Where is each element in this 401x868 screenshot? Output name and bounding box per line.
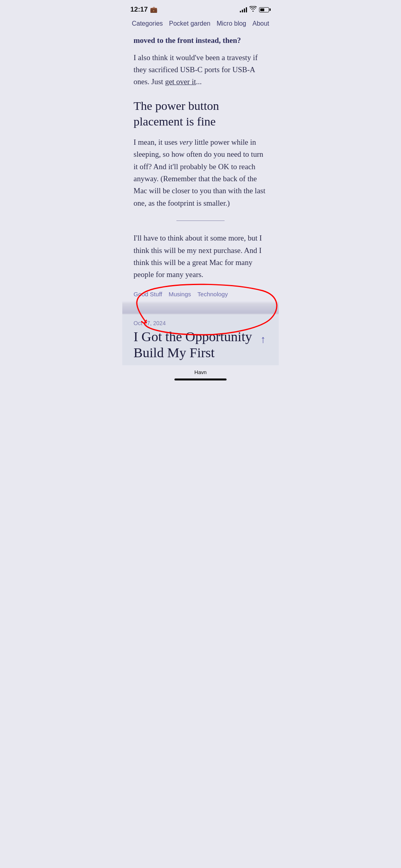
next-article-date: Oct 27, 2024: [134, 320, 267, 326]
nav-micro-blog[interactable]: Micro blog: [217, 20, 246, 27]
scroll-up-button[interactable]: ↑: [255, 332, 271, 347]
para2-a: I mean, it uses: [134, 138, 180, 146]
next-article-title: I Got the Opportunity Build My First: [134, 329, 267, 362]
heading-cut: moved to the front instead, then?: [134, 31, 267, 52]
main-content: moved to the front instead, then? I also…: [122, 31, 279, 302]
nav-categories[interactable]: Categories: [132, 20, 163, 27]
battery-icon: [259, 7, 271, 12]
app-name: Havn: [122, 369, 279, 375]
signal-bar-1: [240, 11, 241, 12]
status-time: 12:17 💼: [130, 6, 158, 14]
section-divider: [176, 221, 225, 221]
briefcase-icon: 💼: [150, 6, 158, 13]
blurred-divider: [122, 302, 279, 314]
para2-italic: very: [180, 138, 193, 146]
signal-icon: [240, 7, 247, 12]
home-indicator: [174, 378, 227, 380]
time-display: 12:17: [130, 6, 148, 14]
signal-bar-4: [246, 7, 247, 12]
paragraph-usb: I also think it would've been a travesty…: [134, 52, 267, 88]
tag-good-stuff[interactable]: Good Stuff: [134, 291, 162, 297]
paragraph-power: I mean, it uses very little power while …: [134, 136, 267, 209]
tags-section: Good Stuff Musings Technology: [134, 291, 267, 302]
tag-technology[interactable]: Technology: [197, 291, 228, 297]
para1-end: ...: [196, 77, 202, 86]
scroll-up-arrow-icon: ↑: [261, 334, 266, 346]
tags-list: Good Stuff Musings Technology: [134, 291, 267, 297]
get-over-it-link[interactable]: get over it: [165, 77, 196, 86]
section-heading-power: The power button placement is fine: [134, 98, 267, 129]
signal-bar-3: [244, 8, 245, 12]
nav-about[interactable]: About: [252, 20, 269, 27]
tag-musings[interactable]: Musings: [168, 291, 191, 297]
signal-bar-2: [242, 10, 243, 12]
status-right-icons: [240, 6, 271, 13]
para2-b: little power while in sleeping, so how o…: [134, 138, 265, 207]
nav-bar: Categories Pocket garden Micro blog Abou…: [122, 16, 279, 31]
wifi-icon: [249, 6, 257, 13]
paragraph-conclusion: I'll have to think about it some more, b…: [134, 232, 267, 281]
next-article[interactable]: Oct 27, 2024 I Got the Opportunity Build…: [122, 314, 279, 366]
nav-pocket-garden[interactable]: Pocket garden: [169, 20, 211, 27]
bottom-bar: Havn: [122, 365, 279, 384]
status-bar: 12:17 💼: [122, 0, 279, 16]
tags-container: Good Stuff Musings Technology: [122, 291, 279, 302]
